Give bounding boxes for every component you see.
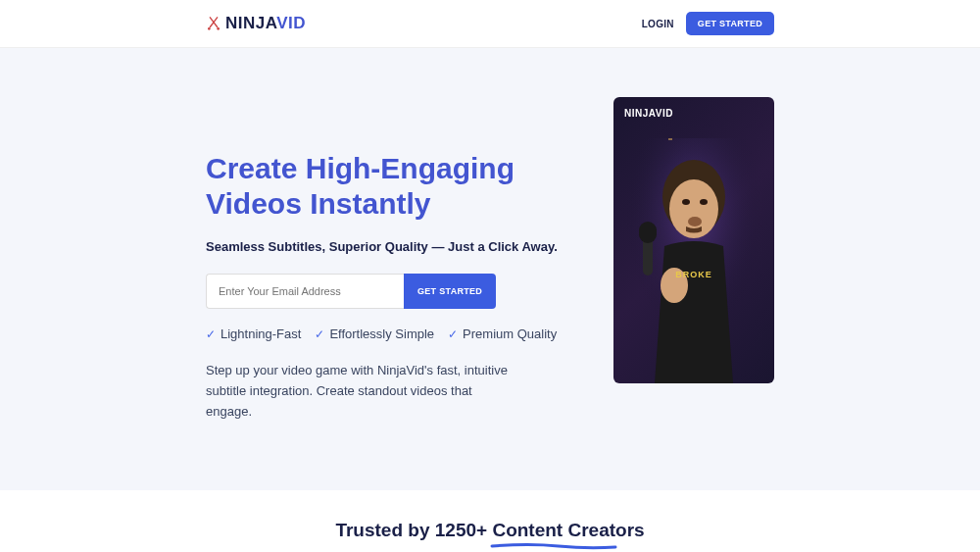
svg-point-6 — [700, 199, 708, 205]
check-icon: ✓ — [206, 327, 216, 341]
swords-icon — [206, 16, 221, 31]
svg-rect-9 — [668, 138, 672, 140]
svg-rect-11 — [639, 222, 657, 243]
header: NINJAVID LOGIN GET STARTED — [0, 0, 980, 48]
feature-label: Premium Quality — [463, 326, 557, 341]
login-link[interactable]: LOGIN — [642, 19, 674, 29]
logo-text-ninja: NINJA — [225, 14, 276, 32]
email-submit-button[interactable]: GET STARTED — [404, 274, 496, 309]
feature-list: ✓Lightning-Fast ✓Effortlessly Simple ✓Pr… — [206, 326, 564, 341]
feature-label: Effortlessly Simple — [329, 326, 434, 341]
video-preview[interactable]: NINJAVID BROKE — [613, 97, 774, 383]
hero-title: Create High-Engaging Videos Instantly — [206, 151, 564, 222]
check-icon: ✓ — [315, 327, 324, 341]
hero-content: Create High-Engaging Videos Instantly Se… — [206, 97, 564, 422]
hero-subtitle: Seamless Subtitles, Superior Quality — J… — [206, 239, 564, 254]
svg-point-1 — [217, 27, 220, 30]
svg-point-5 — [682, 199, 690, 205]
check-icon: ✓ — [448, 327, 458, 341]
email-form: GET STARTED — [206, 274, 564, 309]
get-started-button[interactable]: GET STARTED — [686, 12, 774, 35]
hero-section: Create High-Engaging Videos Instantly Se… — [0, 48, 980, 490]
hero-media: NINJAVID BROKE — [613, 97, 774, 422]
feature-item: ✓Premium Quality — [448, 326, 557, 341]
header-nav: LOGIN GET STARTED — [642, 12, 774, 35]
trusted-title-highlight: Content Creators — [492, 520, 644, 540]
person-illustration — [625, 138, 762, 383]
trusted-section: Trusted by 1250+ Content Creators TikTok… — [0, 490, 980, 552]
video-caption: BROKE — [675, 268, 712, 281]
email-input[interactable] — [206, 274, 404, 309]
trusted-title: Trusted by 1250+ Content Creators — [335, 520, 644, 541]
feature-item: ✓Effortlessly Simple — [315, 326, 434, 341]
svg-point-7 — [688, 217, 702, 226]
brand-logo[interactable]: NINJAVID — [206, 14, 306, 33]
trusted-title-prefix: Trusted by 1250+ — [335, 520, 492, 540]
feature-item: ✓Lightning-Fast — [206, 326, 301, 341]
svg-point-0 — [208, 27, 211, 30]
logo-text-vid: VID — [276, 14, 306, 32]
hero-description: Step up your video game with NinjaVid's … — [206, 361, 510, 422]
video-logo-overlay: NINJAVID — [624, 108, 673, 119]
feature-label: Lightning-Fast — [220, 326, 301, 341]
underline-decoration — [490, 542, 617, 552]
